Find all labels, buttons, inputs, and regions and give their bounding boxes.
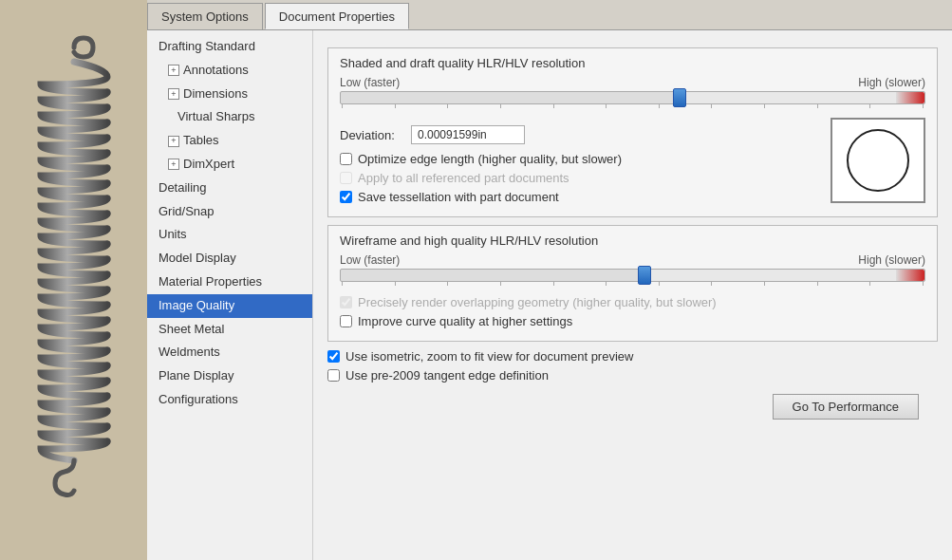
checkbox-use-isometric-label: Use isometric, zoom to fit view for docu…	[345, 349, 633, 364]
tick	[500, 282, 501, 286]
tick	[869, 104, 870, 108]
section-shaded-quality: Shaded and draft quality HLR/HLV resolut…	[327, 47, 938, 217]
tick	[817, 282, 818, 286]
tick	[447, 104, 448, 108]
nav-item-model-display[interactable]: Model Display	[147, 247, 312, 271]
tick	[817, 104, 818, 108]
checkbox-precisely-render-label: Precisely render overlapping geometry (h…	[358, 295, 717, 309]
checkbox-improve-curve: Improve curve quality at higher settings	[340, 314, 925, 328]
deviation-label: Deviation:	[340, 128, 401, 142]
checkbox-precisely-render: Precisely render overlapping geometry (h…	[340, 295, 925, 309]
slider2-container: Low (faster) High (slower)	[340, 253, 925, 286]
checkbox-save-tessellation-label: Save tessellation with part document	[358, 190, 559, 204]
slider2-track[interactable]	[340, 269, 925, 282]
quality-preview-box	[831, 118, 925, 203]
checkbox-optimize-edge: Optimize edge length (higher quality, bu…	[340, 152, 821, 166]
slider1-red-end	[896, 92, 924, 103]
options-col-1: Deviation: Optimize edge length (higher …	[340, 118, 821, 209]
checkbox-save-tessellation-input[interactable]	[340, 191, 352, 203]
content-area: Drafting Standard +Annotations +Dimensio…	[147, 30, 952, 560]
slider1-container: Low (faster) High (slower)	[340, 76, 925, 108]
checkbox-improve-curve-input[interactable]	[340, 315, 352, 327]
tick	[923, 282, 924, 286]
slider2-red-end	[896, 270, 924, 281]
slider1-low-label: Low (faster)	[340, 76, 400, 89]
checkbox-save-tessellation: Save tessellation with part document	[340, 190, 821, 204]
tick	[395, 282, 396, 286]
tick	[342, 104, 343, 108]
tick	[711, 282, 712, 286]
slider2-high-label: High (slower)	[858, 253, 925, 267]
checkbox-optimize-edge-label: Optimize edge length (higher quality, bu…	[358, 152, 622, 166]
tick	[553, 104, 554, 108]
tick	[923, 104, 924, 108]
deviation-input[interactable]	[411, 125, 525, 144]
nav-item-tables[interactable]: +Tables	[147, 129, 312, 153]
slider2-labels: Low (faster) High (slower)	[340, 253, 925, 267]
nav-item-material-properties[interactable]: Material Properties	[147, 271, 312, 294]
expand-icon-tables[interactable]: +	[168, 136, 179, 147]
section2-title: Wireframe and high quality HLR/HLV resol…	[340, 233, 925, 248]
slider2-thumb[interactable]	[638, 266, 651, 285]
settings-panel: Shaded and draft quality HLR/HLV resolut…	[313, 30, 952, 560]
deviation-row: Deviation:	[340, 125, 821, 144]
nav-item-image-quality[interactable]: Image Quality	[147, 294, 312, 318]
tick	[606, 104, 607, 108]
main-content: System Options Document Properties Draft…	[147, 0, 952, 560]
checkbox-apply-all-label: Apply to all referenced part documents	[358, 171, 569, 185]
tick	[711, 104, 712, 108]
go-to-performance-row: Go To Performance	[327, 394, 938, 420]
nav-item-grid-snap[interactable]: Grid/Snap	[147, 200, 312, 224]
checkbox-improve-curve-label: Improve curve quality at higher settings	[358, 314, 572, 328]
expand-icon-dimensions[interactable]: +	[168, 88, 179, 100]
nav-item-configurations[interactable]: Configurations	[147, 388, 312, 412]
tick	[342, 282, 343, 286]
slider1-thumb[interactable]	[673, 88, 686, 107]
checkbox-optimize-edge-input[interactable]	[340, 153, 352, 165]
nav-item-sheet-metal[interactable]: Sheet Metal	[147, 318, 312, 342]
tick	[869, 282, 870, 286]
checkbox-apply-all-input[interactable]	[340, 172, 352, 184]
tick	[764, 104, 765, 108]
tab-document-properties[interactable]: Document Properties	[265, 3, 409, 29]
spring-preview-panel	[0, 0, 147, 560]
section-wireframe-quality: Wireframe and high quality HLR/HLV resol…	[327, 225, 938, 342]
nav-item-weldments[interactable]: Weldments	[147, 341, 312, 364]
slider1-track[interactable]	[340, 91, 925, 104]
nav-item-dimensions[interactable]: +Dimensions	[147, 83, 312, 106]
checkbox-apply-all: Apply to all referenced part documents	[340, 171, 821, 185]
checkbox-pre-2009-input[interactable]	[327, 369, 340, 382]
tick	[659, 282, 660, 286]
options-row-1: Deviation: Optimize edge length (higher …	[340, 118, 925, 209]
slider2-ticks	[340, 282, 925, 286]
nav-tree: Drafting Standard +Annotations +Dimensio…	[147, 30, 313, 560]
nav-item-annotations[interactable]: +Annotations	[147, 59, 312, 83]
nav-item-plane-display[interactable]: Plane Display	[147, 364, 312, 388]
nav-item-dimxpert[interactable]: +DimXpert	[147, 153, 312, 177]
go-to-performance-button[interactable]: Go To Performance	[773, 394, 919, 420]
nav-item-drafting-standard[interactable]: Drafting Standard	[147, 35, 312, 59]
slider1-labels: Low (faster) High (slower)	[340, 76, 925, 89]
tick	[395, 104, 396, 108]
tick	[553, 282, 554, 286]
spring-image	[31, 33, 117, 527]
nav-item-virtual-sharps[interactable]: Virtual Sharps	[147, 105, 312, 129]
tab-system-options[interactable]: System Options	[147, 3, 263, 29]
checkbox-use-isometric: Use isometric, zoom to fit view for docu…	[327, 349, 938, 364]
slider1-ticks	[340, 104, 925, 108]
tick	[659, 104, 660, 108]
tick	[500, 104, 501, 108]
nav-item-detailing[interactable]: Detailing	[147, 177, 312, 200]
section1-title: Shaded and draft quality HLR/HLV resolut…	[340, 56, 925, 70]
checkbox-precisely-render-input[interactable]	[340, 296, 352, 308]
expand-icon-annotations[interactable]: +	[168, 65, 179, 76]
checkbox-pre-2009: Use pre-2009 tangent edge definition	[327, 368, 938, 383]
svg-point-0	[848, 130, 908, 191]
tick	[606, 282, 607, 286]
nav-item-units[interactable]: Units	[147, 223, 312, 247]
slider1-high-label: High (slower)	[858, 76, 925, 89]
expand-icon-dimxpert[interactable]: +	[168, 159, 179, 170]
tick	[764, 282, 765, 286]
slider2-low-label: Low (faster)	[340, 253, 400, 267]
checkbox-use-isometric-input[interactable]	[327, 350, 340, 363]
